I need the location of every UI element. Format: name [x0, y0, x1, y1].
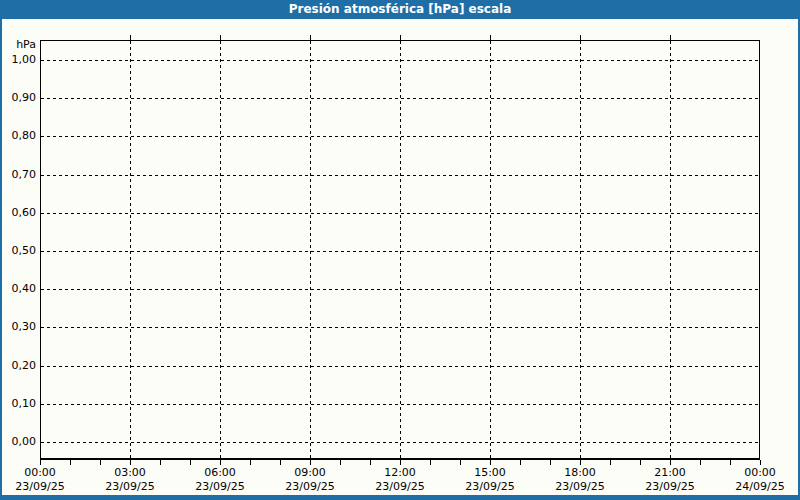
x-axis-tick-bottom	[70, 460, 71, 465]
x-axis-tick-bottom	[700, 460, 701, 465]
gridline-vertical	[130, 41, 131, 458]
gridline-vertical	[490, 41, 491, 458]
gridline-vertical	[220, 41, 221, 458]
x-tick-time-label: 09:00	[273, 466, 347, 479]
y-tick-label: 0,10	[2, 396, 36, 412]
gridline-vertical	[580, 41, 581, 458]
x-tick-date-label: 23/09/25	[453, 480, 527, 493]
gridline-vertical	[310, 41, 311, 458]
x-tick-time-label: 21:00	[633, 466, 707, 479]
y-tick-label: 0,30	[2, 319, 36, 335]
x-axis-tick-bottom	[340, 460, 341, 465]
y-tick-label: 0,60	[2, 205, 36, 221]
x-axis-tick-bottom	[730, 460, 731, 465]
window-title: Presión atmosférica [hPa] escala	[289, 2, 512, 16]
x-axis-tick-bottom	[220, 460, 221, 465]
x-axis-major-tick-top	[220, 35, 221, 40]
x-tick-date-label: 23/09/25	[183, 480, 257, 493]
x-tick-date-label: 23/09/25	[3, 480, 77, 493]
x-axis-tick-bottom	[460, 460, 461, 465]
x-axis-major-tick-top	[400, 35, 401, 40]
x-tick-time-label: 03:00	[93, 466, 167, 479]
x-tick-date-label: 24/09/25	[723, 480, 797, 493]
x-axis-tick-bottom	[130, 460, 131, 465]
x-axis-tick-bottom	[160, 460, 161, 465]
x-axis-major-tick-top	[580, 35, 581, 40]
x-tick-time-label: 06:00	[183, 466, 257, 479]
x-axis-tick-bottom	[550, 460, 551, 465]
x-axis-major-tick-top	[670, 35, 671, 40]
window-border-bottom	[0, 495, 800, 500]
y-tick-label: 0,20	[2, 358, 36, 374]
y-tick-label: 0,70	[2, 167, 36, 183]
x-tick-date-label: 23/09/25	[93, 480, 167, 493]
x-tick-date-label: 23/09/25	[543, 480, 617, 493]
x-axis-tick-bottom	[250, 460, 251, 465]
gridline-vertical	[400, 41, 401, 458]
x-axis-major-tick-top	[130, 35, 131, 40]
x-tick-time-label: 00:00	[723, 466, 797, 479]
x-axis-tick-bottom	[190, 460, 191, 465]
x-axis-major-tick-top	[490, 35, 491, 40]
x-axis-tick-bottom	[370, 460, 371, 465]
x-axis-tick-bottom	[610, 460, 611, 465]
y-tick-label: 0,50	[2, 243, 36, 259]
x-axis-tick-bottom	[520, 460, 521, 465]
x-tick-date-label: 23/09/25	[633, 480, 707, 493]
x-axis-tick-bottom	[430, 460, 431, 465]
x-tick-time-label: 00:00	[3, 466, 77, 479]
y-axis-unit-label: hPa	[2, 37, 36, 53]
gridline-vertical	[670, 41, 671, 458]
y-tick-label: 0,40	[2, 281, 36, 297]
x-axis-major-tick-top	[310, 35, 311, 40]
x-axis-tick-bottom	[40, 460, 41, 465]
x-tick-date-label: 23/09/25	[363, 480, 437, 493]
x-tick-time-label: 18:00	[543, 466, 617, 479]
x-axis-tick-bottom	[490, 460, 491, 465]
x-axis-tick-bottom	[640, 460, 641, 465]
y-tick-label: 1,00	[2, 52, 36, 68]
y-tick-label: 0,80	[2, 128, 36, 144]
x-axis-tick-bottom	[670, 460, 671, 465]
plot-area	[40, 40, 760, 460]
x-axis-tick-bottom	[400, 460, 401, 465]
x-axis-tick-bottom	[310, 460, 311, 465]
x-tick-date-label: 23/09/25	[273, 480, 347, 493]
y-tick-label: 0,00	[2, 434, 36, 450]
x-axis-tick-bottom	[100, 460, 101, 465]
window-title-bar: Presión atmosférica [hPa] escala	[0, 0, 800, 19]
x-tick-time-label: 12:00	[363, 466, 437, 479]
y-tick-label: 0,90	[2, 90, 36, 106]
x-tick-time-label: 15:00	[453, 466, 527, 479]
chart-window: Presión atmosférica [hPa] escala hPa 1,0…	[0, 0, 800, 500]
x-axis-tick-bottom	[580, 460, 581, 465]
x-axis-tick-bottom	[760, 460, 761, 465]
x-axis-tick-bottom	[280, 460, 281, 465]
